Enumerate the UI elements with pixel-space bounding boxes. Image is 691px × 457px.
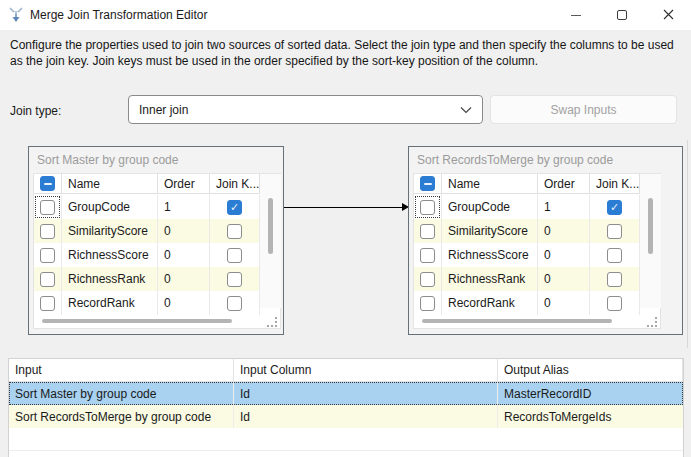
row-select-cell[interactable] — [414, 243, 442, 267]
column-name-cell[interactable]: RichnessRank — [442, 267, 538, 291]
mapping-output-alias-cell[interactable]: RecordsToMergeIds — [498, 405, 683, 428]
sort-order-cell[interactable]: 0 — [538, 219, 590, 243]
row-select-checkbox[interactable] — [420, 272, 435, 287]
row-select-checkbox[interactable] — [40, 224, 55, 239]
vertical-scrollbar[interactable] — [260, 174, 281, 308]
join-key-cell[interactable] — [590, 291, 640, 315]
vertical-scrollbar-thumb[interactable] — [648, 198, 653, 254]
sort-order-cell[interactable]: 1 — [538, 195, 590, 219]
join-key-cell[interactable] — [590, 243, 640, 267]
column-header-join-k: Join K... — [590, 174, 640, 193]
mapping-input-column-cell[interactable]: Id — [234, 382, 498, 405]
sort-order-cell[interactable]: 0 — [158, 267, 210, 291]
row-select-checkbox[interactable] — [420, 200, 435, 215]
check-mark-icon: ✓ — [230, 202, 239, 213]
row-select-cell[interactable] — [34, 219, 62, 243]
horizontal-scrollbar-thumb[interactable] — [42, 319, 232, 323]
sort-order-cell[interactable]: 0 — [158, 219, 210, 243]
mapping-output-alias-cell[interactable]: MasterRecordID — [498, 382, 683, 405]
join-key-checkbox[interactable] — [607, 224, 622, 239]
sort-order-cell[interactable]: 0 — [538, 291, 590, 315]
column-name-cell[interactable]: SimilarityScore — [62, 219, 158, 243]
row-select-checkbox[interactable] — [420, 296, 435, 311]
join-key-cell[interactable] — [210, 243, 260, 267]
mapping-column-header: Output Alias — [498, 359, 683, 381]
column-name-cell[interactable]: RichnessScore — [442, 243, 538, 267]
join-key-checkbox[interactable] — [227, 248, 242, 263]
column-name-cell[interactable]: RichnessScore — [62, 243, 158, 267]
select-all-checkbox[interactable] — [40, 176, 55, 191]
mapping-empty-row[interactable] — [9, 428, 683, 451]
row-select-checkbox[interactable] — [40, 272, 55, 287]
row-select-cell[interactable] — [34, 267, 62, 291]
row-select-checkbox[interactable] — [40, 200, 55, 215]
join-key-cell[interactable]: ✓ — [590, 195, 640, 219]
join-key-checkbox[interactable] — [227, 224, 242, 239]
mapping-row[interactable]: Sort Master by group codeIdMasterRecordI… — [9, 382, 683, 405]
join-key-checkbox[interactable]: ✓ — [227, 200, 242, 215]
row-select-checkbox[interactable] — [40, 296, 55, 311]
sort-order-cell[interactable]: 0 — [538, 243, 590, 267]
row-select-checkbox[interactable] — [420, 248, 435, 263]
join-key-checkbox[interactable] — [227, 272, 242, 287]
sort-order-cell[interactable]: 0 — [158, 291, 210, 315]
mapping-input-cell[interactable]: Sort RecordsToMerge by group code — [9, 405, 234, 428]
swap-inputs-button[interactable]: Swap Inputs — [490, 95, 677, 124]
maximize-button[interactable] — [599, 0, 645, 30]
row-select-cell[interactable] — [414, 219, 442, 243]
mapping-input-column-cell[interactable]: Id — [234, 405, 498, 428]
row-select-cell[interactable] — [34, 195, 62, 219]
vertical-scrollbar[interactable] — [640, 174, 661, 308]
resize-grip-icon[interactable] — [646, 314, 658, 326]
row-select-checkbox[interactable] — [40, 248, 55, 263]
resize-grip-icon[interactable] — [266, 314, 278, 326]
check-mark-icon: ✓ — [610, 202, 619, 213]
horizontal-scrollbar-thumb[interactable] — [422, 319, 612, 323]
row-select-checkbox[interactable] — [420, 224, 435, 239]
chevron-down-icon — [460, 103, 472, 117]
row-select-cell[interactable] — [34, 291, 62, 315]
row-select-cell[interactable] — [414, 267, 442, 291]
row-select-cell[interactable] — [414, 195, 442, 219]
row-select-cell[interactable] — [414, 291, 442, 315]
column-name-cell[interactable]: RecordRank — [442, 291, 538, 315]
join-key-checkbox[interactable] — [607, 296, 622, 311]
mapping-column-header: Input Column — [234, 359, 498, 381]
panel-title: Sort RecordsToMerge by group code — [417, 153, 613, 167]
join-key-cell[interactable] — [210, 219, 260, 243]
panel-sort-master: Sort Master by group code NameOrderJoin … — [28, 146, 284, 335]
column-name-cell[interactable]: RecordRank — [62, 291, 158, 315]
indeterminate-mark-icon — [44, 183, 52, 185]
join-key-cell[interactable] — [590, 219, 640, 243]
join-key-cell[interactable] — [590, 267, 640, 291]
column-name-cell[interactable]: SimilarityScore — [442, 219, 538, 243]
column-row: RichnessRank0 — [414, 267, 640, 291]
join-key-checkbox[interactable] — [607, 272, 622, 287]
join-key-cell[interactable] — [210, 291, 260, 315]
vertical-scrollbar-thumb[interactable] — [268, 198, 273, 254]
mapping-input-cell[interactable]: Sort Master by group code — [9, 382, 234, 405]
join-key-checkbox[interactable] — [227, 296, 242, 311]
column-name-cell[interactable]: GroupCode — [442, 195, 538, 219]
join-connector-line — [284, 207, 402, 208]
minimize-button[interactable] — [553, 0, 599, 30]
select-all-checkbox[interactable] — [420, 176, 435, 191]
column-row: SimilarityScore0 — [414, 219, 640, 243]
row-select-cell[interactable] — [34, 243, 62, 267]
merge-join-icon — [8, 7, 24, 23]
join-type-dropdown[interactable]: Inner join — [128, 95, 483, 124]
titlebar: Merge Join Transformation Editor — [0, 0, 691, 30]
sort-order-cell[interactable]: 0 — [158, 243, 210, 267]
sort-order-cell[interactable]: 0 — [538, 267, 590, 291]
join-key-cell[interactable] — [210, 267, 260, 291]
join-key-cell[interactable]: ✓ — [210, 195, 260, 219]
join-key-checkbox[interactable] — [607, 248, 622, 263]
dialog-description: Configure the properties used to join tw… — [10, 37, 674, 69]
close-button[interactable] — [645, 0, 691, 30]
indeterminate-mark-icon — [424, 183, 432, 185]
mapping-row[interactable]: Sort RecordsToMerge by group codeIdRecor… — [9, 405, 683, 428]
column-name-cell[interactable]: GroupCode — [62, 195, 158, 219]
sort-order-cell[interactable]: 1 — [158, 195, 210, 219]
column-name-cell[interactable]: RichnessRank — [62, 267, 158, 291]
join-key-checkbox[interactable]: ✓ — [607, 200, 622, 215]
